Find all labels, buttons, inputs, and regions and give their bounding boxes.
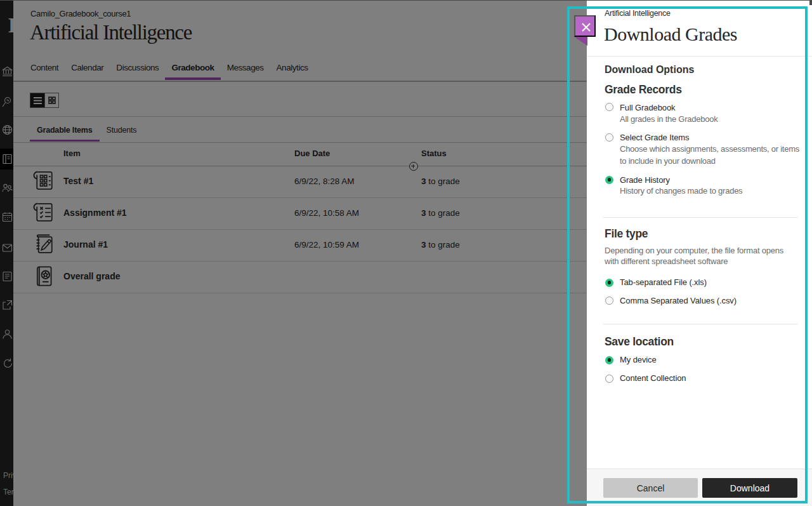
blackboard-download-grades-screen: B xyxy=(0,0,812,506)
window-top-edge xyxy=(0,0,812,1)
window-corner-notch xyxy=(809,0,812,5)
highlight-box xyxy=(567,6,808,503)
